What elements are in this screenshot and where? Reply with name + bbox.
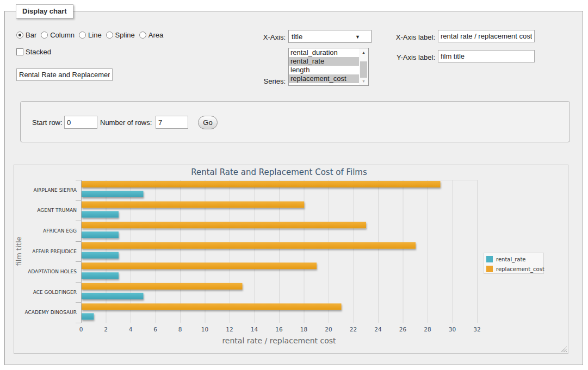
radio-label: Column [50,31,75,39]
stacked-option[interactable]: Stacked [16,48,51,55]
x-axis-select-label: X-Axis: [222,33,286,41]
start-row-label: Start row: [32,118,63,127]
stacked-label: Stacked [26,48,51,56]
svg-text:AFFAIR PREJUDICE: AFFAIR PREJUDICE [32,249,77,254]
chart-type-options: BarColumnLineSplineArea [16,30,168,39]
x-axis-select-value: title [292,33,302,41]
go-button[interactable]: Go [198,116,218,129]
svg-text:AGENT TRUMAN: AGENT TRUMAN [37,208,77,213]
chart-type-option-column[interactable]: Column [41,31,75,39]
radio-label: Bar [26,31,36,39]
number-of-rows-input[interactable] [156,116,188,129]
svg-text:ACADEMY DINOSAUR: ACADEMY DINOSAUR [25,310,77,315]
display-chart-fieldset: Display chart BarColumnLineSplineArea St… [4,11,583,365]
svg-text:14: 14 [251,326,258,333]
radio-icon[interactable] [106,32,113,39]
start-row-input[interactable] [64,116,97,129]
scrollbar-thumb[interactable] [360,61,367,78]
bar-chart: Rental Rate and Replacement Cost of Film… [14,165,568,353]
svg-text:30: 30 [449,326,456,333]
svg-text:26: 26 [399,326,407,333]
radio-label: Area [148,31,163,39]
svg-text:4: 4 [129,326,133,333]
row-controls-box: Start row: Number of rows: Go [20,101,570,142]
svg-text:rental_rate: rental_rate [496,256,526,263]
svg-text:18: 18 [300,326,307,333]
x-axis-label-label: X-Axis label: [331,33,435,41]
chart-container: Rental Rate and Replacement Cost of Film… [14,165,568,354]
series-option-replacement_cost[interactable]: replacement_cost [289,74,368,83]
svg-text:22: 22 [350,326,357,333]
svg-text:28: 28 [424,326,431,333]
radio-icon[interactable] [16,32,23,39]
radio-icon[interactable] [79,32,86,39]
x-axis-label-input[interactable] [438,30,535,42]
chart-type-option-spline[interactable]: Spline [106,31,135,39]
number-of-rows-label: Number of rows: [100,118,152,127]
svg-text:ADAPTATION HOLES: ADAPTATION HOLES [28,269,77,274]
series-select-label: Series: [222,77,286,85]
svg-text:0: 0 [79,326,83,333]
y-axis-label-input[interactable] [438,50,535,62]
chart-type-option-area[interactable]: Area [139,31,163,39]
series-option-length[interactable]: length [289,66,368,74]
svg-text:ACE GOLDFINGER: ACE GOLDFINGER [33,290,77,295]
svg-text:20: 20 [325,326,332,333]
svg-text:10: 10 [201,326,208,333]
chart-type-option-line[interactable]: Line [79,31,102,39]
y-axis-label-label: Y-Axis label: [331,53,435,61]
svg-text:Rental Rate and Replacement Co: Rental Rate and Replacement Cost of Film… [191,167,367,177]
radio-icon[interactable] [139,32,146,39]
chart-title-input[interactable] [16,68,113,81]
svg-text:replacement_cost: replacement_cost [496,266,544,273]
radio-label: Spline [115,31,135,39]
svg-text:AFRICAN EGG: AFRICAN EGG [43,228,77,234]
svg-text:32: 32 [473,326,480,333]
svg-text:2: 2 [104,326,108,333]
fieldset-legend: Display chart [16,4,73,18]
radio-icon[interactable] [41,32,48,39]
radio-label: Line [88,31,102,39]
chart-type-option-bar[interactable]: Bar [16,31,36,39]
svg-text:film title: film title [15,236,23,266]
svg-text:rental rate / replacement cost: rental rate / replacement cost [222,336,336,345]
svg-text:AIRPLANE SIERRA: AIRPLANE SIERRA [33,187,77,193]
stacked-checkbox[interactable] [16,48,23,55]
svg-text:8: 8 [178,326,182,333]
svg-text:16: 16 [275,326,283,333]
svg-text:12: 12 [226,326,233,333]
svg-text:6: 6 [153,326,157,333]
resize-handle-icon[interactable] [561,346,567,353]
svg-text:24: 24 [374,326,382,333]
scrollbar-down-icon[interactable]: ▼ [359,77,368,85]
